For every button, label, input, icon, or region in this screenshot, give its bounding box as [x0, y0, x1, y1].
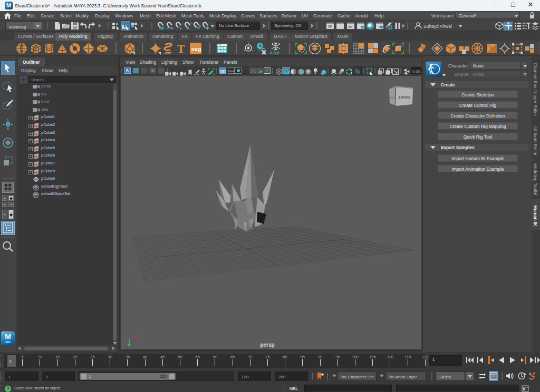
svg-text:T: T [177, 42, 185, 55]
svg-text:x: x [136, 335, 138, 338]
svg-text:z: z [132, 334, 134, 337]
svg-text:IPR: IPR [349, 26, 353, 28]
svg-text:SIDE: SIDE [390, 96, 396, 99]
svg-text:0,0,0: 0,0,0 [270, 51, 279, 55]
svg-text:svg: svg [191, 46, 201, 52]
svg-text:RIGHT: RIGHT [398, 95, 410, 99]
